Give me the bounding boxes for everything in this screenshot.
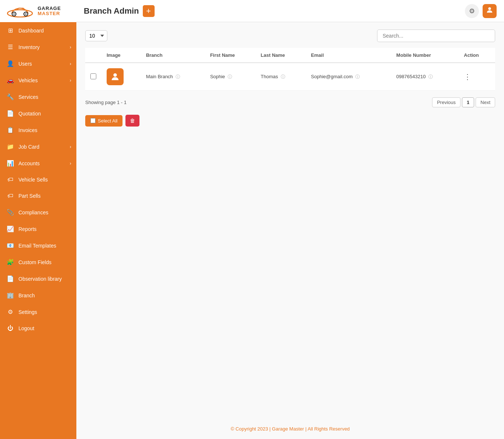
svg-point-2 bbox=[13, 13, 15, 15]
last-name-info-icon[interactable]: ⓘ bbox=[281, 74, 285, 79]
sidebar-item-accounts[interactable]: 📊 Accounts › bbox=[0, 155, 76, 172]
email-templates-icon: 📧 bbox=[7, 242, 14, 249]
select-all-checkbox[interactable] bbox=[90, 118, 96, 123]
user-avatar[interactable] bbox=[483, 4, 497, 18]
first-name-info-icon[interactable]: ⓘ bbox=[228, 74, 232, 79]
col-header-1: Branch bbox=[141, 48, 205, 63]
chevron-right-icon: › bbox=[70, 161, 71, 166]
branch-admin-table: ImageBranchFirst NameLast NameEmailMobil… bbox=[85, 48, 495, 91]
table-toolbar: 102550100 bbox=[85, 30, 495, 42]
sidebar-label-email-templates: Email Templates bbox=[18, 243, 56, 249]
row-first-name: Sophie ⓘ bbox=[205, 63, 255, 91]
row-branch: Main Branch ⓘ bbox=[141, 63, 205, 91]
header-right: ⚙ bbox=[465, 4, 497, 18]
job-card-icon: 📁 bbox=[7, 143, 14, 150]
delete-button[interactable]: 🗑 bbox=[125, 115, 139, 127]
sidebar-item-dashboard[interactable]: ⊞ Dashboard bbox=[0, 22, 76, 39]
sidebar-item-email-templates[interactable]: 📧 Email Templates bbox=[0, 237, 76, 254]
main-content: Branch Admin + ⚙ 102550100 bbox=[76, 0, 504, 439]
dashboard-icon: ⊞ bbox=[7, 27, 14, 34]
chevron-right-icon: › bbox=[70, 61, 71, 66]
sidebar-item-branch[interactable]: 🏢 Branch bbox=[0, 287, 76, 304]
sidebar-label-users: Users bbox=[18, 61, 32, 67]
settings-icon: ⚙ bbox=[7, 308, 14, 315]
observation-library-icon: 📄 bbox=[7, 275, 14, 282]
table-header-row: ImageBranchFirst NameLast NameEmailMobil… bbox=[85, 48, 495, 63]
page-header: Branch Admin + ⚙ bbox=[76, 0, 504, 22]
sidebar-item-custom-fields[interactable]: 🧩 Custom Fields bbox=[0, 254, 76, 270]
users-icon: 👤 bbox=[7, 60, 14, 67]
sidebar-item-compliances[interactable]: 📎 Compliances bbox=[0, 204, 76, 221]
sidebar: GARAGE MASTER ⊞ Dashboard ☰ Inventory › … bbox=[0, 0, 76, 439]
trash-icon: 🗑 bbox=[130, 118, 135, 124]
page-1-button[interactable]: 1 bbox=[462, 97, 474, 107]
col-header-0: Image bbox=[101, 48, 141, 63]
quotation-icon: 📄 bbox=[7, 110, 14, 117]
sidebar-item-quotation[interactable]: 📄 Quotation bbox=[0, 105, 76, 122]
chevron-right-icon: › bbox=[70, 78, 71, 83]
next-page-button[interactable]: Next bbox=[476, 97, 495, 107]
compliances-icon: 📎 bbox=[7, 209, 14, 216]
branch-info-icon[interactable]: ⓘ bbox=[176, 74, 180, 79]
col-header-5: Mobile Number bbox=[391, 48, 459, 63]
sidebar-item-users[interactable]: 👤 Users › bbox=[0, 55, 76, 72]
sidebar-item-inventory[interactable]: ☰ Inventory › bbox=[0, 39, 76, 55]
sidebar-item-vehicles[interactable]: 🚗 Vehicles › bbox=[0, 72, 76, 89]
select-all-label: Select All bbox=[98, 118, 117, 124]
showing-text: Showing page 1 - 1 bbox=[85, 100, 127, 105]
inventory-icon: ☰ bbox=[7, 44, 14, 51]
header-checkbox-cell bbox=[85, 48, 101, 63]
header-left: Branch Admin + bbox=[84, 5, 155, 17]
sidebar-label-job-card: Job Card bbox=[18, 144, 39, 150]
logo-garage-label: GARAGE bbox=[38, 6, 61, 11]
sidebar-label-vehicle-sells: Vehicle Sells bbox=[18, 177, 48, 183]
sidebar-label-logout: Logout bbox=[18, 325, 34, 331]
table-row: Main Branch ⓘ Sophie ⓘ Thomas ⓘ Sophie@g… bbox=[85, 63, 495, 91]
reports-icon: 📈 bbox=[7, 225, 14, 232]
invoices-icon: 📋 bbox=[7, 127, 14, 134]
sidebar-item-observation-library[interactable]: 📄 Observation library bbox=[0, 270, 76, 287]
select-all-button[interactable]: Select All bbox=[85, 115, 122, 127]
sidebar-item-part-sells[interactable]: 🏷 Part Sells bbox=[0, 188, 76, 204]
col-header-6: Action bbox=[459, 48, 495, 63]
row-checkbox-0[interactable] bbox=[90, 73, 96, 79]
sidebar-item-services[interactable]: 🔧 Services bbox=[0, 89, 76, 105]
sidebar-item-job-card[interactable]: 📁 Job Card › bbox=[0, 138, 76, 155]
page-title: Branch Admin bbox=[84, 6, 139, 16]
sidebar-label-quotation: Quotation bbox=[18, 111, 41, 117]
mobile-info-icon[interactable]: ⓘ bbox=[428, 74, 433, 79]
sidebar-item-invoices[interactable]: 📋 Invoices bbox=[0, 122, 76, 138]
row-action-menu-button[interactable]: ⋮ bbox=[464, 73, 472, 81]
nav-list: ⊞ Dashboard ☰ Inventory › 👤 Users › 🚗 Ve… bbox=[0, 22, 76, 336]
svg-point-6 bbox=[113, 73, 117, 77]
part-sells-icon: 🏷 bbox=[7, 193, 14, 199]
sidebar-label-dashboard: Dashboard bbox=[18, 28, 44, 34]
services-icon: 🔧 bbox=[7, 93, 14, 100]
sidebar-item-reports[interactable]: 📈 Reports bbox=[0, 221, 76, 237]
email-info-icon[interactable]: ⓘ bbox=[355, 74, 360, 79]
sidebar-label-settings: Settings bbox=[18, 309, 37, 315]
sidebar-label-accounts: Accounts bbox=[18, 160, 40, 166]
page-footer: © Copyright 2023 | Garage Master | All R… bbox=[76, 419, 504, 439]
sidebar-item-logout[interactable]: ⏻ Logout bbox=[0, 320, 76, 336]
table-body: Main Branch ⓘ Sophie ⓘ Thomas ⓘ Sophie@g… bbox=[85, 63, 495, 91]
custom-fields-icon: 🧩 bbox=[7, 259, 14, 266]
sidebar-label-inventory: Inventory bbox=[18, 44, 40, 50]
sidebar-label-reports: Reports bbox=[18, 226, 37, 232]
row-mobile: 09876543210 ⓘ bbox=[391, 63, 459, 91]
previous-page-button[interactable]: Previous bbox=[432, 97, 460, 107]
add-branch-admin-button[interactable]: + bbox=[143, 5, 155, 17]
col-header-4: Email bbox=[306, 48, 391, 63]
search-input[interactable] bbox=[377, 30, 495, 42]
sidebar-label-compliances: Compliances bbox=[18, 210, 48, 215]
row-email: Sophie@gmail.com ⓘ bbox=[306, 63, 391, 91]
settings-icon-button[interactable]: ⚙ bbox=[465, 4, 479, 18]
per-page-select[interactable]: 102550100 bbox=[85, 30, 107, 41]
sidebar-item-settings[interactable]: ⚙ Settings bbox=[0, 304, 76, 320]
footer-text: © Copyright 2023 | Garage Master | All R… bbox=[231, 426, 350, 432]
col-header-3: Last Name bbox=[256, 48, 306, 63]
user-icon bbox=[486, 6, 494, 16]
vehicles-icon: 🚗 bbox=[7, 77, 14, 84]
col-header-2: First Name bbox=[205, 48, 255, 63]
sidebar-item-vehicle-sells[interactable]: 🏷 Vehicle Sells bbox=[0, 172, 76, 188]
